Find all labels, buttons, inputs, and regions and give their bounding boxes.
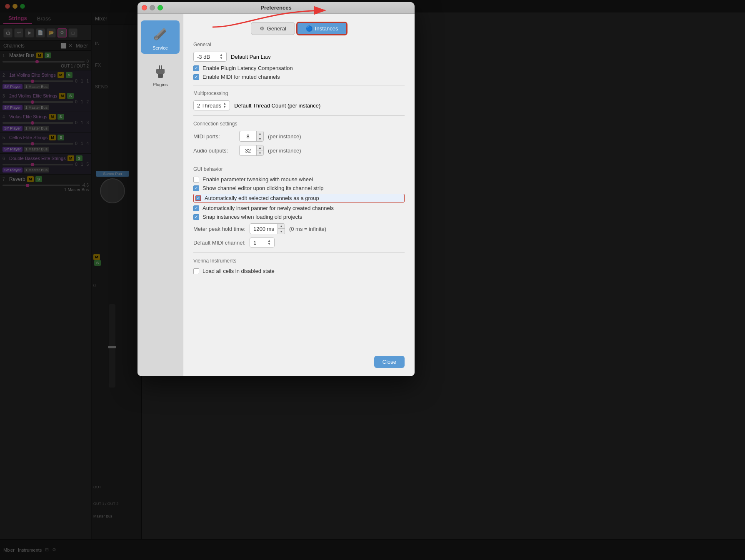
audio-outputs-row: Audio outputs: 32 ▲ ▼ (per instance) <box>193 145 405 156</box>
close-preferences-btn[interactable]: Close <box>374 356 405 368</box>
modal-close-btn[interactable] <box>142 5 147 10</box>
gui-section-title: GUI behavior <box>193 166 405 172</box>
pan-law-row: -3 dB ▲ ▼ Default Pan Law <box>193 52 405 62</box>
vienna-section-title: Vienna Instruments <box>193 258 405 264</box>
modal-minimize-btn <box>150 5 155 10</box>
auto-panner-row: ✓ Automatically insert panner for newly … <box>193 205 405 211</box>
modal-main-content: ⚙ General 🔵 Instances General -3 dB ▲ ▼ <box>183 14 415 376</box>
meter-peak-down[interactable]: ▼ <box>278 229 285 234</box>
multiprocessing-section-title: Multiprocessing <box>193 90 405 96</box>
mouse-wheel-label: Enable parameter tweaking with mouse whe… <box>202 176 313 182</box>
snap-instances-row: ✓ Snap instances when loading old projec… <box>193 214 405 220</box>
midi-ports-label: MIDI ports: <box>193 133 235 140</box>
midi-ports-row: MIDI ports: 8 ▲ ▼ (per instance) <box>193 131 405 142</box>
divider-4 <box>193 252 405 253</box>
thread-count-row: 2 Threads ▲ ▼ Default Thread Count (per … <box>193 100 405 110</box>
arrow-down-icon: ▼ <box>220 57 223 60</box>
auto-edit-group-label: Automatically edit selected channels as … <box>205 195 319 201</box>
service-icon <box>150 24 170 44</box>
arrow-down-icon: ▼ <box>223 105 226 109</box>
plugin-latency-label: Enable Plugin Latency Compensation <box>202 65 293 71</box>
divider-1 <box>193 85 405 85</box>
preferences-tab-bar: ⚙ General 🔵 Instances <box>193 22 405 35</box>
thread-count-value: 2 Threads <box>197 102 221 109</box>
load-disabled-checkbox[interactable] <box>193 268 199 274</box>
divider-2 <box>193 115 405 116</box>
midi-channel-arrows[interactable]: ▲ ▼ <box>268 239 271 246</box>
arrow-down-icon: ▼ <box>268 242 271 246</box>
meter-peak-suffix: (0 ms = infinite) <box>289 226 326 232</box>
meter-peak-up[interactable]: ▲ <box>278 224 285 229</box>
midi-channel-select[interactable]: 1 ▲ ▼ <box>250 238 275 248</box>
plugin-latency-row: ✓ Enable Plugin Latency Compensation <box>193 65 405 71</box>
meter-peak-spinner[interactable]: 1200 ms ▲ ▼ <box>250 223 285 234</box>
load-disabled-row: Load all cells in disabled state <box>193 268 405 274</box>
tab-instances[interactable]: 🔵 Instances <box>297 22 348 35</box>
thread-count-label: Default Thread Count (per instance) <box>234 102 320 109</box>
auto-panner-checkbox[interactable]: ✓ <box>193 205 199 211</box>
audio-outputs-down[interactable]: ▼ <box>257 150 263 155</box>
meter-peak-value: 1200 ms <box>250 225 278 233</box>
midi-ports-up[interactable]: ▲ <box>257 131 263 136</box>
modal-sidebar: Service Plugins <box>138 14 183 376</box>
midi-muted-row: ✓ Enable MIDI for muted channels <box>193 74 405 80</box>
svg-rect-7 <box>159 65 160 70</box>
preferences-modal: Preferences Service <box>138 2 415 376</box>
audio-outputs-spinner-btns[interactable]: ▲ ▼ <box>256 145 263 155</box>
channel-editor-label: Show channel editor upon clicking its ch… <box>202 185 324 191</box>
auto-edit-group-row: ✓ Automatically edit selected channels a… <box>193 194 405 202</box>
divider-3 <box>193 161 405 161</box>
mouse-wheel-row: Enable parameter tweaking with mouse whe… <box>193 176 405 182</box>
svg-rect-8 <box>161 65 162 70</box>
service-label: Service <box>152 45 168 50</box>
audio-outputs-suffix: (per instance) <box>268 148 301 154</box>
connection-section-title: Connection settings <box>193 121 405 127</box>
audio-outputs-up[interactable]: ▲ <box>257 145 263 150</box>
plugin-latency-checkbox[interactable]: ✓ <box>193 65 199 71</box>
modal-window-controls <box>142 5 163 10</box>
general-tab-label: General <box>267 25 286 32</box>
auto-panner-label: Automatically insert panner for newly cr… <box>202 205 334 211</box>
midi-ports-spinner[interactable]: 8 ▲ ▼ <box>239 131 264 142</box>
pan-law-label: Default Pan Law <box>231 54 270 60</box>
thread-count-select[interactable]: 2 Threads ▲ ▼ <box>193 100 230 110</box>
channel-editor-checkbox[interactable]: ✓ <box>193 185 199 191</box>
pan-law-value: -3 dB <box>197 54 210 60</box>
midi-channel-label: Default MIDI channel: <box>193 240 245 246</box>
midi-ports-down[interactable]: ▼ <box>257 136 263 141</box>
mouse-wheel-checkbox[interactable] <box>193 177 199 182</box>
midi-ports-value: 8 <box>240 132 256 141</box>
plugins-label: Plugins <box>152 82 168 87</box>
audio-outputs-value: 32 <box>240 146 256 155</box>
svg-rect-6 <box>156 69 165 74</box>
audio-outputs-spinner[interactable]: 32 ▲ ▼ <box>239 145 264 156</box>
general-tab-icon: ⚙ <box>260 25 265 32</box>
auto-edit-group-checkbox[interactable]: ✓ <box>195 195 201 201</box>
pan-law-arrows[interactable]: ▲ ▼ <box>220 53 223 60</box>
general-section-title: General <box>193 42 405 48</box>
midi-muted-label: Enable MIDI for muted channels <box>202 74 280 80</box>
audio-outputs-label: Audio outputs: <box>193 148 235 154</box>
snap-instances-label: Snap instances when loading old projects <box>202 214 302 220</box>
svg-rect-4 <box>155 36 158 38</box>
modal-body: Service Plugins <box>138 14 415 376</box>
modal-maximize-btn[interactable] <box>158 5 163 10</box>
sidebar-item-service[interactable]: Service <box>141 20 180 54</box>
meter-peak-spinner-btns[interactable]: ▲ ▼ <box>278 224 285 234</box>
meter-peak-label: Meter peak hold time: <box>193 226 245 232</box>
midi-muted-checkbox[interactable]: ✓ <box>193 74 199 80</box>
load-disabled-label: Load all cells in disabled state <box>202 268 275 274</box>
tab-general[interactable]: ⚙ General <box>251 22 295 35</box>
thread-count-arrows[interactable]: ▲ ▼ <box>223 102 226 109</box>
instances-tab-label: Instances <box>315 25 338 32</box>
pan-law-select[interactable]: -3 dB ▲ ▼ <box>193 52 227 62</box>
modal-title: Preferences <box>260 5 291 11</box>
midi-channel-value: 1 <box>253 240 256 246</box>
snap-instances-checkbox[interactable]: ✓ <box>193 214 199 220</box>
meter-peak-row: Meter peak hold time: 1200 ms ▲ ▼ (0 ms … <box>193 223 405 234</box>
plugins-icon <box>150 60 170 80</box>
midi-ports-spinner-btns[interactable]: ▲ ▼ <box>256 131 263 141</box>
instances-tab-icon: 🔵 <box>306 25 312 32</box>
midi-ports-suffix: (per instance) <box>268 133 301 140</box>
sidebar-item-plugins[interactable]: Plugins <box>141 57 180 90</box>
